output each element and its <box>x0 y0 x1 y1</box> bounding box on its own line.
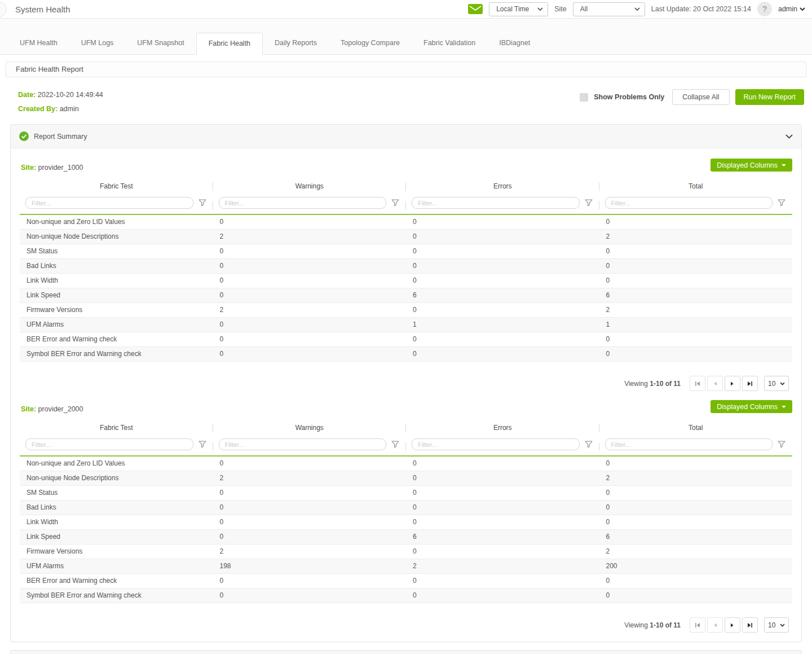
table-cell-errors: 0 <box>406 501 599 515</box>
table-cell-warnings: 0 <box>213 318 407 332</box>
table-cell-warnings: 0 <box>213 332 407 347</box>
tab-ufm-snapshot[interactable]: UFM Snapshot <box>125 33 196 54</box>
filter-input-errors[interactable] <box>412 197 580 209</box>
last-page-button[interactable] <box>742 376 758 391</box>
pagination-viewing-text: Viewing 1-10 of 11 <box>624 380 681 388</box>
funnel-icon[interactable] <box>778 199 785 207</box>
filter-input-fabric-test[interactable] <box>25 438 193 450</box>
first-page-button[interactable] <box>690 376 705 391</box>
site-section-provider-2000: Site: provider_2000 Displayed Columns Fa… <box>14 393 798 635</box>
tab-fabric-validation[interactable]: Fabric Validation <box>412 33 487 54</box>
table-header-row: Fabric Test Warnings Errors Total <box>20 419 792 438</box>
displayed-columns-button[interactable]: Displayed Columns <box>710 400 792 413</box>
table-cell-total: 0 <box>599 574 793 589</box>
filter-input-fabric-test[interactable] <box>25 197 193 209</box>
table-cell-errors: 0 <box>406 230 599 244</box>
table-cell-total: 0 <box>599 332 793 347</box>
page-size-select[interactable]: 10 <box>764 617 789 633</box>
displayed-columns-label: Displayed Columns <box>717 161 778 169</box>
prev-page-button[interactable] <box>707 617 723 633</box>
run-new-report-button[interactable]: Run New Report <box>735 89 804 105</box>
filter-input-errors[interactable] <box>412 438 580 450</box>
next-page-button[interactable] <box>725 376 740 391</box>
page-size-value: 10 <box>768 621 775 629</box>
page-size-select[interactable]: 10 <box>764 376 789 391</box>
funnel-icon[interactable] <box>391 199 399 207</box>
tab-ufm-logs[interactable]: UFM Logs <box>69 33 126 54</box>
site-section-provider-1000: Site: provider_1000 Displayed Columns Fa… <box>14 152 798 393</box>
table-cell-errors: 0 <box>406 259 599 274</box>
tab-bar: UFM Health UFM Logs UFM Snapshot Fabric … <box>0 19 812 55</box>
chevron-down-icon <box>537 7 543 11</box>
column-header-errors[interactable]: Errors <box>406 177 599 196</box>
site-name-value: provider_1000 <box>38 164 83 172</box>
table-cell-test: Bad Links <box>20 259 213 274</box>
displayed-columns-button[interactable]: Displayed Columns <box>710 159 792 172</box>
column-header-errors[interactable]: Errors <box>406 419 599 438</box>
created-by-value: admin <box>60 105 79 113</box>
site-name-value: provider_2000 <box>38 405 83 413</box>
table-cell-total: 6 <box>599 288 793 303</box>
tab-ibdiagnet[interactable]: IBDiagnet <box>487 33 542 54</box>
funnel-icon[interactable] <box>198 199 206 207</box>
next-page-button[interactable] <box>725 617 740 633</box>
table-row: BER Error and Warning check000 <box>20 332 792 347</box>
tab-fabric-health[interactable]: Fabric Health <box>196 33 263 55</box>
table-cell-warnings: 0 <box>213 486 407 501</box>
last-page-button[interactable] <box>742 617 758 633</box>
tab-topology-compare[interactable]: Topology Compare <box>329 33 412 54</box>
table-row: Non-unique and Zero LID Values000 <box>20 214 792 230</box>
timezone-select[interactable]: Local Time <box>489 2 548 16</box>
table-cell-warnings: 0 <box>213 515 407 530</box>
table-row: Non-unique Node Descriptions202 <box>20 230 792 244</box>
funnel-icon[interactable] <box>585 199 593 207</box>
column-header-total[interactable]: Total <box>599 177 793 196</box>
column-header-warnings[interactable]: Warnings <box>213 177 407 196</box>
first-page-button[interactable] <box>690 617 705 633</box>
table-cell-test: Link Width <box>20 515 213 530</box>
report-summary-card: Report Summary Site: provider_1000 Displ… <box>10 124 802 642</box>
show-problems-label: Show Problems Only <box>594 93 664 101</box>
table-cell-warnings: 0 <box>213 530 407 545</box>
site-select[interactable]: All <box>573 2 645 16</box>
tab-daily-reports[interactable]: Daily Reports <box>263 33 329 54</box>
table-cell-errors: 2 <box>406 559 599 574</box>
table-cell-warnings: 198 <box>213 559 407 574</box>
table-cell-warnings: 0 <box>213 274 407 288</box>
fabric-test-table: Fabric Test Warnings Errors Total Non-un… <box>20 419 792 603</box>
topbar-controls: Local Time Site All Last Update: 20 Oct … <box>468 2 805 16</box>
table-cell-total: 0 <box>599 214 793 230</box>
help-icon[interactable]: ? <box>757 2 772 16</box>
column-header-fabric-test[interactable]: Fabric Test <box>20 177 213 196</box>
table-cell-errors: 0 <box>406 456 599 471</box>
show-problems-checkbox[interactable] <box>580 93 588 102</box>
funnel-icon[interactable] <box>391 441 399 448</box>
fabric-test-table: Fabric Test Warnings Errors Total Non-un… <box>20 177 792 362</box>
column-header-warnings[interactable]: Warnings <box>213 419 407 438</box>
filter-input-total[interactable] <box>605 438 773 450</box>
tab-ufm-health[interactable]: UFM Health <box>8 33 69 54</box>
user-menu[interactable]: admin <box>778 5 805 13</box>
filter-input-total[interactable] <box>605 197 773 209</box>
filter-input-warnings[interactable] <box>219 438 387 450</box>
table-cell-test: Non-unique Node Descriptions <box>20 230 213 244</box>
filter-input-warnings[interactable] <box>219 197 387 209</box>
funnel-icon[interactable] <box>585 441 593 448</box>
report-summary-header[interactable]: Report Summary <box>11 125 801 148</box>
funnel-icon[interactable] <box>198 441 206 448</box>
timezone-value: Local Time <box>496 5 533 13</box>
table-cell-errors: 0 <box>406 471 599 486</box>
mail-icon[interactable] <box>468 4 483 14</box>
fabric-summary-header[interactable]: Fabric Summary <box>11 651 801 654</box>
column-header-total[interactable]: Total <box>599 419 793 438</box>
site-row: Site: provider_2000 Displayed Columns <box>20 400 792 413</box>
column-header-fabric-test[interactable]: Fabric Test <box>20 419 213 438</box>
collapse-all-button[interactable]: Collapse All <box>672 89 729 105</box>
corner-toggle[interactable] <box>0 2 7 17</box>
chevron-down-icon <box>634 7 640 11</box>
table-cell-total: 2 <box>599 545 793 559</box>
report-summary-title: Report Summary <box>34 133 87 141</box>
prev-page-button[interactable] <box>707 376 723 391</box>
chevron-down-icon[interactable] <box>785 134 793 139</box>
funnel-icon[interactable] <box>778 441 785 448</box>
